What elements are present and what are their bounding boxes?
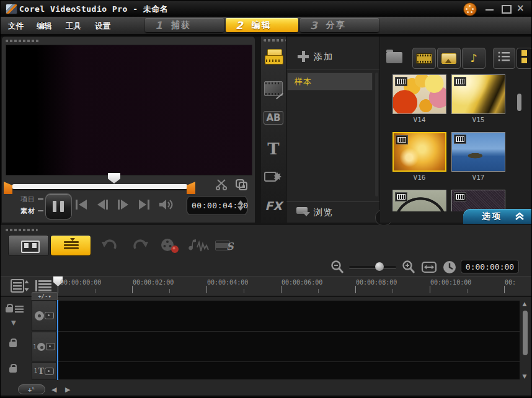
scrubber-marker[interactable] xyxy=(108,173,120,184)
record-capture-button[interactable] xyxy=(159,237,180,255)
filter-audio-button[interactable]: ♪ xyxy=(462,48,485,69)
undo-button[interactable] xyxy=(101,237,118,254)
panel-grip[interactable] xyxy=(264,39,286,42)
filter-videos-button[interactable] xyxy=(412,48,436,69)
sound-mixer-button[interactable] xyxy=(188,237,210,255)
tab-edit[interactable]: 2 编辑 xyxy=(226,18,298,32)
clip-thumbnail-v16[interactable] xyxy=(392,132,446,172)
title-track-button[interactable]: 1 T xyxy=(32,362,56,380)
scroll-up-icon[interactable]: ▲ xyxy=(520,301,529,307)
music-note-icon: ♪ xyxy=(470,51,477,64)
tab-capture[interactable]: 1 捕获 xyxy=(145,18,224,32)
menu-tools[interactable]: 工具 xyxy=(66,21,81,32)
pause-button[interactable] xyxy=(45,193,72,219)
ripple-edit-overlay-toggle[interactable] xyxy=(9,342,17,347)
minimize-button[interactable] xyxy=(485,9,494,11)
scroll-left-button[interactable]: ◀ xyxy=(51,386,56,394)
end-button[interactable] xyxy=(137,197,152,212)
track-visibility-icon xyxy=(46,343,55,350)
transitions-icon[interactable]: AB xyxy=(264,112,283,123)
category-item-sample[interactable]: 样本 xyxy=(287,73,373,91)
trim-end-handle[interactable] xyxy=(187,182,195,194)
maximize-button[interactable] xyxy=(502,5,512,14)
gallery-scrollbar[interactable] xyxy=(517,94,521,111)
step-back-button[interactable] xyxy=(95,197,110,212)
timecode-down-icon[interactable] xyxy=(237,206,244,211)
ripple-edit-title-toggle[interactable] xyxy=(9,367,17,373)
volume-icon[interactable] xyxy=(158,197,175,212)
zoom-in-button[interactable] xyxy=(401,260,416,275)
add-button[interactable]: 添加 xyxy=(286,45,379,69)
divider xyxy=(38,210,43,211)
scroll-right-button[interactable]: ▶ xyxy=(65,386,70,394)
tab-share[interactable]: 3 分享 xyxy=(300,18,379,32)
expand-tracks-icon[interactable]: ▼ xyxy=(11,319,16,326)
timecode-up-icon[interactable] xyxy=(237,200,244,205)
options-button[interactable]: 选项 xyxy=(463,209,532,224)
browse-button[interactable]: 浏览 xyxy=(286,201,379,223)
clip-thumbnail-v15[interactable] xyxy=(451,74,505,114)
preview-panel: 项目 素材 00:00:04:20 xyxy=(2,37,255,223)
track-manager-icon[interactable] xyxy=(11,278,29,293)
app-icon xyxy=(6,4,17,14)
thumbnail-view-button[interactable] xyxy=(516,48,532,69)
scrubber-track[interactable] xyxy=(12,184,188,189)
zoom-out-button[interactable] xyxy=(330,260,345,275)
panel-grip[interactable] xyxy=(6,40,39,42)
duration-clock-icon[interactable] xyxy=(442,260,457,275)
enlarge-preview-icon[interactable] xyxy=(235,179,249,191)
video-track-button[interactable] xyxy=(32,300,56,331)
close-button[interactable]: × xyxy=(516,2,525,14)
zoom-slider-thumb[interactable] xyxy=(375,262,384,271)
overlay-track-button[interactable]: 1 xyxy=(32,332,56,361)
project-mode-label[interactable]: 项目 xyxy=(20,195,35,204)
menu-file[interactable]: 文件 xyxy=(8,21,24,32)
storyboard-view-button[interactable] xyxy=(8,235,49,256)
media-library-icon[interactable] xyxy=(264,48,283,65)
ruler-label: 00:00:06:00 xyxy=(282,279,322,286)
cut-icon[interactable] xyxy=(215,179,229,191)
video-badge-icon xyxy=(395,192,407,201)
add-chapter-button[interactable]: +ᴸ xyxy=(18,384,45,394)
thumbnail-label: V17 xyxy=(451,174,505,182)
auto-music-button[interactable]: S xyxy=(214,237,234,254)
trim-start-handle[interactable] xyxy=(4,182,12,194)
home-button[interactable] xyxy=(74,197,89,212)
redo-button[interactable] xyxy=(132,237,149,254)
graphics-icon[interactable] xyxy=(264,169,283,188)
timeline-timecode[interactable]: 0:00:00:00 xyxy=(461,260,519,273)
filter-photos-button[interactable] xyxy=(437,48,461,69)
clip-thumbnail-partial[interactable] xyxy=(451,190,505,211)
track-list-icon[interactable] xyxy=(35,280,51,292)
playhead-line[interactable] xyxy=(57,300,58,380)
timeline-view-button[interactable] xyxy=(50,235,91,256)
videostudio-reel-icon[interactable] xyxy=(463,2,477,16)
import-folder-icon[interactable] xyxy=(386,52,402,63)
filters-icon[interactable]: FX xyxy=(264,199,283,213)
menu-edit[interactable]: 编辑 xyxy=(37,21,52,32)
clip-mode-label[interactable]: 素材 xyxy=(20,206,35,216)
thumbnail-label: V15 xyxy=(451,116,505,124)
video-badge-icon xyxy=(454,192,466,201)
clip-thumbnail-v14[interactable] xyxy=(392,74,446,114)
clip-thumbnail-v17[interactable] xyxy=(451,132,505,172)
menu-settings[interactable]: 设置 xyxy=(95,21,110,32)
add-remove-track-button[interactable]: +/-▾ xyxy=(32,292,58,300)
list-view-button[interactable] xyxy=(493,48,515,69)
timeline-scrollbar-thumb[interactable] xyxy=(523,311,528,355)
fit-project-icon[interactable] xyxy=(421,260,437,275)
category-scrollbar[interactable] xyxy=(375,73,378,197)
timeline-ruler[interactable]: 00:00:00:00 00:00:02:00 00:00:04:00 00:0… xyxy=(1,276,532,297)
menu-bar: 文件 编辑 工具 设置 1 捕获 2 编辑 3 分享 xyxy=(1,17,532,35)
panel-grip[interactable] xyxy=(6,229,38,231)
scroll-down-icon[interactable]: ▼ xyxy=(520,373,529,379)
clip-thumbnail-partial[interactable] xyxy=(392,190,446,211)
ripple-edit-all-toggle[interactable] xyxy=(6,306,24,313)
timeline-tracks-area[interactable] xyxy=(56,300,520,380)
titles-icon[interactable]: T xyxy=(264,139,283,158)
instant-project-icon[interactable] xyxy=(264,81,283,96)
track-separator xyxy=(56,361,520,362)
step-forward-button[interactable] xyxy=(116,197,131,212)
timeline-zoom-slider[interactable] xyxy=(349,266,396,268)
preview-timecode[interactable]: 00:00:04:20 xyxy=(187,196,247,215)
